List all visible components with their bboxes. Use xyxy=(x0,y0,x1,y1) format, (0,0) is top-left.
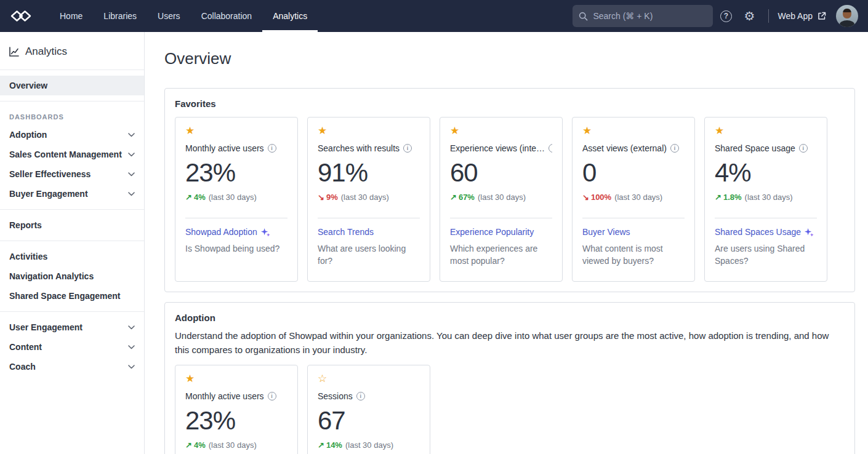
sidebar-item-activities[interactable]: Activities xyxy=(0,247,144,266)
sidebar-item-sales-content-management[interactable]: Sales Content Management xyxy=(0,145,144,164)
sidebar-item-content[interactable]: Content xyxy=(0,337,144,357)
trend-up-icon: ↗ xyxy=(185,193,192,202)
chevron-down-icon xyxy=(128,345,135,349)
info-icon[interactable]: i xyxy=(356,392,365,400)
metric-title-row: Monthly active users i xyxy=(185,391,287,401)
metric-card-sessions: ☆ Sessions i 67 ↗ 14% (last 30 days) xyxy=(307,365,430,454)
metric-title: Monthly active users xyxy=(185,391,264,401)
sidebar-item-adoption[interactable]: Adoption xyxy=(0,125,144,145)
trend-down-icon: ↘ xyxy=(582,193,589,202)
settings-button[interactable]: ⚙ xyxy=(739,6,760,26)
trend-change: ↘ 100% xyxy=(582,193,611,202)
dashboard-link-buyer-views[interactable]: Buyer Views xyxy=(582,227,685,237)
favorite-star-outline-icon[interactable]: ☆ xyxy=(318,373,327,384)
search-icon xyxy=(579,12,588,21)
dashboard-link-search-trends[interactable]: Search Trends xyxy=(318,227,420,237)
sidebar-item-shared-space-engagement[interactable]: Shared Space Engagement xyxy=(0,286,144,306)
chevron-down-icon xyxy=(128,133,135,137)
adoption-panel: Adoption Understand the adoption of Show… xyxy=(164,302,855,454)
sidebar-header: Analytics xyxy=(0,32,144,70)
info-icon[interactable]: i xyxy=(268,144,276,153)
user-avatar[interactable] xyxy=(836,5,858,27)
metric-title-row: Experience views (inte… i xyxy=(450,143,552,153)
sidebar-section-engagement: User Engagement Content Coach xyxy=(0,312,144,382)
metric-card-monthly-active-users: ★ Monthly active users i 23% ↗ 4% (last … xyxy=(175,117,298,282)
search-input[interactable] xyxy=(593,11,707,21)
metric-value: 60 xyxy=(450,158,552,188)
info-icon[interactable]: i xyxy=(268,392,276,400)
sidebar-section-reports: Activities Navigation Analytics Shared S… xyxy=(0,241,144,312)
favorite-star-icon[interactable]: ★ xyxy=(185,373,195,384)
metric-value: 4% xyxy=(715,158,817,188)
showpad-logo-icon xyxy=(10,9,32,23)
metric-title: Asset views (external) xyxy=(582,143,667,153)
info-icon[interactable]: i xyxy=(549,144,552,153)
metric-title-row: Monthly active users i xyxy=(185,143,287,153)
top-navigation-bar: Home Libraries Users Collaboration Analy… xyxy=(0,0,868,32)
trend-period: (last 30 days) xyxy=(614,193,662,202)
nav-item-home[interactable]: Home xyxy=(49,0,93,32)
gear-icon: ⚙ xyxy=(744,10,755,22)
dashboard-link-experience-popularity[interactable]: Experience Popularity xyxy=(450,227,552,237)
favorite-star-icon[interactable]: ★ xyxy=(715,125,724,136)
card-divider xyxy=(450,218,552,218)
adoption-panel-description: Understand the adoption of Showpad withi… xyxy=(175,329,845,357)
trend-row: ↗ 4% (last 30 days) xyxy=(185,193,287,202)
trend-period: (last 30 days) xyxy=(209,193,257,202)
main-content: Overview Favorites ★ Monthly active user… xyxy=(145,32,868,454)
help-button[interactable]: ? xyxy=(715,6,736,26)
global-search[interactable] xyxy=(573,5,713,27)
favorite-star-icon[interactable]: ★ xyxy=(318,125,327,136)
metric-card-monthly-active-users: ★ Monthly active users i 23% ↗ 4% (last … xyxy=(175,365,298,454)
nav-item-users[interactable]: Users xyxy=(147,0,191,32)
metric-card-experience-views: ★ Experience views (inte… i 60 ↗ 67% (la… xyxy=(440,117,563,282)
metric-title-row: Sessions i xyxy=(318,391,420,401)
sidebar-item-buyer-engagement[interactable]: Buyer Engagement xyxy=(0,184,144,204)
chevron-down-icon xyxy=(128,172,135,177)
metric-value: 23% xyxy=(185,406,287,436)
analytics-sidebar: Analytics Overview DASHBOARDS Adoption S… xyxy=(0,32,145,454)
metric-value: 67 xyxy=(318,406,420,436)
external-link-icon xyxy=(818,12,826,20)
sidebar-section-overview: Overview xyxy=(0,70,144,102)
sidebar-item-seller-effectiveness[interactable]: Seller Effectiveness xyxy=(0,164,144,184)
trend-row: ↗ 1.8% (last 30 days) xyxy=(715,193,817,202)
trend-period: (last 30 days) xyxy=(478,193,526,202)
dashboard-link-shared-spaces-usage[interactable]: Shared Spaces Usage xyxy=(715,227,817,237)
trend-up-icon: ↗ xyxy=(185,440,192,450)
dashboards-section-label: DASHBOARDS xyxy=(0,107,144,125)
info-icon[interactable]: i xyxy=(403,144,412,153)
web-app-link[interactable]: Web App xyxy=(778,11,826,21)
sidebar-section-dashboards: DASHBOARDS Adoption Sales Content Manage… xyxy=(0,102,144,210)
info-icon[interactable]: i xyxy=(799,144,808,153)
avatar-body xyxy=(840,20,854,27)
nav-item-collaboration[interactable]: Collaboration xyxy=(191,0,263,32)
favorite-star-icon[interactable]: ★ xyxy=(185,125,195,136)
sidebar-item-reports[interactable]: Reports xyxy=(0,215,144,235)
favorites-cards-row: ★ Monthly active users i 23% ↗ 4% (last … xyxy=(175,117,845,282)
favorite-star-icon[interactable]: ★ xyxy=(582,125,592,136)
metric-card-asset-views-external: ★ Asset views (external) i 0 ↘ 100% (las… xyxy=(572,117,695,282)
sidebar-item-navigation-analytics[interactable]: Navigation Analytics xyxy=(0,266,144,286)
sidebar-item-user-engagement[interactable]: User Engagement xyxy=(0,317,144,337)
showpad-logo[interactable] xyxy=(10,9,32,23)
metric-title-row: Searches with results i xyxy=(318,143,420,153)
card-divider xyxy=(715,218,817,218)
sidebar-item-overview[interactable]: Overview xyxy=(0,76,144,95)
sidebar-section-reports-header: Reports xyxy=(0,210,144,241)
nav-item-libraries[interactable]: Libraries xyxy=(93,0,147,32)
metric-description: What are users looking for? xyxy=(318,242,420,268)
dashboard-link-showpad-adoption[interactable]: Showpad Adoption xyxy=(185,227,287,237)
trend-row: ↘ 100% (last 30 days) xyxy=(582,193,685,202)
trend-change: ↗ 4% xyxy=(185,440,206,450)
metric-description: Is Showpad being used? xyxy=(185,242,287,255)
favorite-star-icon[interactable]: ★ xyxy=(450,125,459,136)
trend-row: ↗ 14% (last 30 days) xyxy=(318,440,420,450)
info-icon[interactable]: i xyxy=(670,144,679,153)
sidebar-item-coach[interactable]: Coach xyxy=(0,357,144,376)
metric-title: Shared Space usage xyxy=(715,143,795,153)
trend-change: ↘ 9% xyxy=(318,193,338,202)
nav-item-analytics[interactable]: Analytics xyxy=(262,0,318,32)
metric-title: Sessions xyxy=(318,391,353,401)
trend-change: ↗ 4% xyxy=(185,193,206,202)
